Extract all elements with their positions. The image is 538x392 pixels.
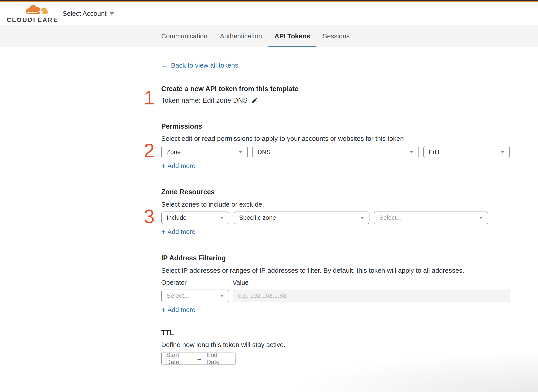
tab-label: Sessions	[323, 32, 350, 40]
step-number-1: 1	[139, 88, 154, 107]
step-number-2: 2	[139, 141, 154, 160]
permission-resource-select[interactable]: DNS	[252, 146, 419, 158]
back-link-label: Back to view all tokens	[171, 62, 238, 69]
plus-icon: +	[161, 163, 165, 169]
token-name-text: Token name: Edit zone DNS	[161, 96, 248, 104]
select-value: Edit	[429, 149, 439, 156]
select-value: Zone	[167, 149, 181, 156]
permissions-row: 2 Zone DNS Edit	[161, 146, 510, 158]
select-value: DNS	[257, 149, 271, 156]
tab-communication[interactable]: Communication	[155, 25, 214, 47]
tab-api-tokens[interactable]: API Tokens	[268, 25, 316, 47]
back-to-tokens-link[interactable]: ← Back to view all tokens	[161, 62, 238, 69]
profile-tabbar: Communication Authentication API Tokens …	[0, 25, 538, 47]
caret-down-icon	[220, 295, 224, 297]
caret-down-icon	[239, 151, 242, 153]
token-section-heading: Create a new API token from this templat…	[161, 85, 510, 93]
zone-resources-section: Zone Resources Select zones to include o…	[161, 188, 510, 235]
select-value: Specific zone	[239, 214, 276, 221]
step-number-3: 3	[139, 207, 154, 226]
end-date-placeholder: End Date	[206, 351, 231, 366]
ttl-description: Define how long this token will stay act…	[161, 341, 510, 349]
operator-label: Operator	[161, 279, 233, 286]
start-date-placeholder: Start Date	[166, 351, 192, 366]
arrow-right-icon: →	[196, 355, 202, 362]
caret-down-icon	[479, 217, 483, 219]
cloudflare-logo[interactable]: CLOUDFLARE	[7, 4, 49, 23]
permission-scope-select[interactable]: Zone	[161, 146, 248, 158]
zone-resources-description: Select zones to include or exclude.	[161, 201, 510, 208]
ip-filtering-description: Select IP addresses or ranges of IP addr…	[161, 266, 510, 275]
caret-down-icon	[360, 217, 364, 219]
zone-picker-select[interactable]: Select...	[374, 211, 488, 224]
permissions-section: Permissions Select edit or read permissi…	[161, 122, 510, 170]
date-range-picker[interactable]: Start Date → End Date	[161, 353, 235, 364]
tab-label: Authentication	[220, 32, 262, 40]
zone-resources-heading: Zone Resources	[161, 188, 510, 196]
ip-filtering-heading: IP Address Filtering	[161, 254, 510, 262]
edit-token-name-button[interactable]	[251, 97, 258, 104]
select-placeholder: Select...	[379, 214, 402, 221]
ttl-heading: TTL	[161, 329, 510, 337]
zone-resources-row: 3 Include Specific zone Select...	[161, 211, 510, 224]
account-selector-label: Select Account	[63, 10, 107, 17]
ip-value-input[interactable]	[233, 289, 510, 302]
main-content: ← Back to view all tokens 1 Create a new…	[161, 62, 510, 392]
token-name-section: 1 Create a new API token from this templ…	[161, 85, 510, 104]
plus-icon: +	[161, 228, 165, 235]
ttl-section: TTL Define how long this token will stay…	[161, 329, 510, 365]
ip-filtering-section: IP Address Filtering Select IP addresses…	[161, 254, 510, 313]
zone-type-select[interactable]: Specific zone	[234, 211, 370, 224]
app-header: CLOUDFLARE Select Account	[0, 2, 538, 25]
ip-filtering-row: Select...	[161, 289, 510, 302]
permissions-description: Select edit or read permissions to apply…	[161, 135, 510, 143]
caret-down-icon	[501, 151, 505, 153]
account-selector[interactable]: Select Account	[63, 10, 114, 17]
add-more-label: Add more	[168, 162, 195, 170]
zone-resources-add-more-link[interactable]: + Add more	[161, 228, 195, 235]
section-divider	[161, 389, 510, 389]
caret-down-icon	[410, 151, 414, 153]
permissions-add-more-link[interactable]: + Add more	[161, 162, 195, 170]
chevron-down-icon	[110, 12, 114, 15]
select-placeholder: Select...	[167, 292, 189, 299]
plus-icon: +	[161, 306, 165, 313]
tab-label: API Tokens	[275, 32, 310, 40]
tab-sessions[interactable]: Sessions	[316, 25, 356, 47]
ip-operator-select[interactable]: Select...	[161, 289, 229, 302]
tab-label: Communication	[161, 32, 207, 40]
zone-include-select[interactable]: Include	[161, 211, 229, 224]
back-arrow-icon: ←	[161, 62, 168, 69]
add-more-label: Add more	[168, 228, 195, 235]
ip-field-labels: Operator Value	[161, 279, 510, 286]
cloudflare-wordmark: CLOUDFLARE	[7, 17, 49, 23]
select-value: Include	[167, 214, 187, 221]
caret-down-icon	[220, 217, 224, 219]
add-more-label: Add more	[168, 306, 195, 313]
cloudflare-cloud-icon	[22, 4, 50, 16]
value-label: Value	[233, 279, 249, 286]
permission-access-select[interactable]: Edit	[423, 146, 510, 158]
tab-authentication[interactable]: Authentication	[214, 25, 268, 47]
ip-filtering-add-more-link[interactable]: + Add more	[161, 306, 195, 313]
permissions-heading: Permissions	[161, 122, 510, 130]
